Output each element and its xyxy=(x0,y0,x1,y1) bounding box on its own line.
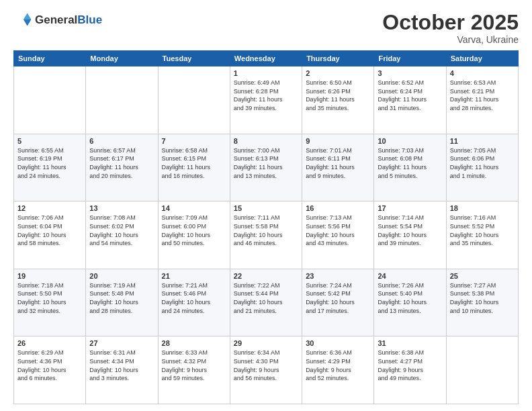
svg-marker-2 xyxy=(24,19,31,26)
day-number: 30 xyxy=(306,339,370,347)
day-number: 26 xyxy=(17,339,82,347)
logo: GeneralBlue xyxy=(13,11,102,30)
day-info: Sunrise: 7:16 AM Sunset: 5:52 PM Dayligh… xyxy=(450,214,515,247)
logo-icon xyxy=(13,11,32,30)
day-info: Sunrise: 7:21 AM Sunset: 5:46 PM Dayligh… xyxy=(162,281,226,315)
day-info: Sunrise: 7:09 AM Sunset: 6:00 PM Dayligh… xyxy=(162,214,226,247)
day-number: 9 xyxy=(306,137,370,145)
calendar-week-row: 1Sunrise: 6:49 AM Sunset: 6:28 PM Daylig… xyxy=(14,66,519,134)
calendar-day-cell: 22Sunrise: 7:22 AM Sunset: 5:44 PM Dayli… xyxy=(230,269,302,336)
calendar-header-row: Sunday Monday Tuesday Wednesday Thursday… xyxy=(14,51,519,66)
calendar-week-row: 12Sunrise: 7:06 AM Sunset: 6:04 PM Dayli… xyxy=(14,201,519,269)
day-info: Sunrise: 7:13 AM Sunset: 5:56 PM Dayligh… xyxy=(306,214,370,247)
calendar-week-row: 19Sunrise: 7:18 AM Sunset: 5:50 PM Dayli… xyxy=(14,269,519,336)
day-info: Sunrise: 7:14 AM Sunset: 5:54 PM Dayligh… xyxy=(378,214,442,247)
calendar-day-cell: 29Sunrise: 6:34 AM Sunset: 4:30 PM Dayli… xyxy=(230,336,302,404)
day-number: 6 xyxy=(89,137,154,145)
col-saturday: Saturday xyxy=(446,51,518,66)
calendar-table: Sunday Monday Tuesday Wednesday Thursday… xyxy=(13,50,519,404)
day-number: 19 xyxy=(17,272,82,280)
calendar-day-cell: 18Sunrise: 7:16 AM Sunset: 5:52 PM Dayli… xyxy=(446,201,518,269)
day-number: 15 xyxy=(234,204,298,212)
calendar-day-cell: 6Sunrise: 6:57 AM Sunset: 6:17 PM Daylig… xyxy=(86,134,158,201)
calendar-day-cell: 5Sunrise: 6:55 AM Sunset: 6:19 PM Daylig… xyxy=(14,134,86,201)
calendar-day-cell: 15Sunrise: 7:11 AM Sunset: 5:58 PM Dayli… xyxy=(230,201,302,269)
calendar-day-cell: 19Sunrise: 7:18 AM Sunset: 5:50 PM Dayli… xyxy=(14,269,86,336)
day-number: 1 xyxy=(234,69,298,77)
logo-general: General xyxy=(35,13,77,26)
calendar-day-cell: 24Sunrise: 7:26 AM Sunset: 5:40 PM Dayli… xyxy=(374,269,446,336)
day-number: 25 xyxy=(450,272,515,280)
calendar-day-cell xyxy=(446,336,518,404)
calendar-week-row: 5Sunrise: 6:55 AM Sunset: 6:19 PM Daylig… xyxy=(14,134,519,201)
calendar-day-cell: 21Sunrise: 7:21 AM Sunset: 5:46 PM Dayli… xyxy=(158,269,230,336)
location: Varva, Ukraine xyxy=(382,34,519,45)
calendar-day-cell: 10Sunrise: 7:03 AM Sunset: 6:08 PM Dayli… xyxy=(374,134,446,201)
month-title: October 2025 xyxy=(382,11,519,34)
calendar-day-cell: 27Sunrise: 6:31 AM Sunset: 4:34 PM Dayli… xyxy=(86,336,158,404)
day-number: 28 xyxy=(162,339,226,347)
col-monday: Monday xyxy=(86,51,158,66)
calendar-day-cell: 2Sunrise: 6:50 AM Sunset: 6:26 PM Daylig… xyxy=(302,66,374,134)
logo-blue: Blue xyxy=(77,13,102,26)
calendar-day-cell: 12Sunrise: 7:06 AM Sunset: 6:04 PM Dayli… xyxy=(14,201,86,269)
header: GeneralBlue October 2025 Varva, Ukraine xyxy=(13,11,519,45)
day-number: 20 xyxy=(89,272,154,280)
calendar-day-cell: 9Sunrise: 7:01 AM Sunset: 6:11 PM Daylig… xyxy=(302,134,374,201)
day-number: 7 xyxy=(162,137,226,145)
day-info: Sunrise: 7:05 AM Sunset: 6:06 PM Dayligh… xyxy=(450,146,515,180)
calendar-day-cell: 11Sunrise: 7:05 AM Sunset: 6:06 PM Dayli… xyxy=(446,134,518,201)
calendar-day-cell: 23Sunrise: 7:24 AM Sunset: 5:42 PM Dayli… xyxy=(302,269,374,336)
title-block: October 2025 Varva, Ukraine xyxy=(382,11,519,45)
day-number: 16 xyxy=(306,204,370,212)
day-info: Sunrise: 6:31 AM Sunset: 4:34 PM Dayligh… xyxy=(89,349,154,382)
day-info: Sunrise: 6:29 AM Sunset: 4:36 PM Dayligh… xyxy=(17,349,82,382)
day-info: Sunrise: 7:24 AM Sunset: 5:42 PM Dayligh… xyxy=(306,281,370,315)
col-sunday: Sunday xyxy=(14,51,86,66)
calendar-day-cell: 14Sunrise: 7:09 AM Sunset: 6:00 PM Dayli… xyxy=(158,201,230,269)
day-info: Sunrise: 7:27 AM Sunset: 5:38 PM Dayligh… xyxy=(450,281,515,315)
calendar-day-cell: 30Sunrise: 6:36 AM Sunset: 4:29 PM Dayli… xyxy=(302,336,374,404)
day-info: Sunrise: 7:01 AM Sunset: 6:11 PM Dayligh… xyxy=(306,146,370,180)
calendar-day-cell: 26Sunrise: 6:29 AM Sunset: 4:36 PM Dayli… xyxy=(14,336,86,404)
calendar-day-cell: 31Sunrise: 6:38 AM Sunset: 4:27 PM Dayli… xyxy=(374,336,446,404)
calendar-week-row: 26Sunrise: 6:29 AM Sunset: 4:36 PM Dayli… xyxy=(14,336,519,404)
day-number: 11 xyxy=(450,137,515,145)
col-wednesday: Wednesday xyxy=(230,51,302,66)
day-info: Sunrise: 6:55 AM Sunset: 6:19 PM Dayligh… xyxy=(17,146,82,180)
day-number: 12 xyxy=(17,204,82,212)
calendar-day-cell: 17Sunrise: 7:14 AM Sunset: 5:54 PM Dayli… xyxy=(374,201,446,269)
day-info: Sunrise: 6:52 AM Sunset: 6:24 PM Dayligh… xyxy=(378,79,442,112)
svg-marker-1 xyxy=(24,13,31,19)
calendar-day-cell: 8Sunrise: 7:00 AM Sunset: 6:13 PM Daylig… xyxy=(230,134,302,201)
day-info: Sunrise: 7:22 AM Sunset: 5:44 PM Dayligh… xyxy=(234,281,298,315)
day-info: Sunrise: 6:33 AM Sunset: 4:32 PM Dayligh… xyxy=(162,349,226,382)
day-number: 5 xyxy=(17,137,82,145)
day-info: Sunrise: 6:36 AM Sunset: 4:29 PM Dayligh… xyxy=(306,349,370,382)
day-info: Sunrise: 6:57 AM Sunset: 6:17 PM Dayligh… xyxy=(89,146,154,180)
day-number: 17 xyxy=(378,204,442,212)
calendar-day-cell: 1Sunrise: 6:49 AM Sunset: 6:28 PM Daylig… xyxy=(230,66,302,134)
day-info: Sunrise: 7:03 AM Sunset: 6:08 PM Dayligh… xyxy=(378,146,442,180)
day-info: Sunrise: 7:06 AM Sunset: 6:04 PM Dayligh… xyxy=(17,214,82,247)
day-info: Sunrise: 6:58 AM Sunset: 6:15 PM Dayligh… xyxy=(162,146,226,180)
day-info: Sunrise: 6:34 AM Sunset: 4:30 PM Dayligh… xyxy=(234,349,298,382)
calendar-day-cell: 3Sunrise: 6:52 AM Sunset: 6:24 PM Daylig… xyxy=(374,66,446,134)
day-info: Sunrise: 7:18 AM Sunset: 5:50 PM Dayligh… xyxy=(17,281,82,315)
col-tuesday: Tuesday xyxy=(158,51,230,66)
col-friday: Friday xyxy=(374,51,446,66)
day-info: Sunrise: 6:53 AM Sunset: 6:21 PM Dayligh… xyxy=(450,79,515,112)
calendar-day-cell: 28Sunrise: 6:33 AM Sunset: 4:32 PM Dayli… xyxy=(158,336,230,404)
day-number: 24 xyxy=(378,272,442,280)
day-number: 14 xyxy=(162,204,226,212)
calendar-day-cell: 25Sunrise: 7:27 AM Sunset: 5:38 PM Dayli… xyxy=(446,269,518,336)
day-number: 27 xyxy=(89,339,154,347)
day-number: 8 xyxy=(234,137,298,145)
day-info: Sunrise: 7:00 AM Sunset: 6:13 PM Dayligh… xyxy=(234,146,298,180)
day-info: Sunrise: 7:26 AM Sunset: 5:40 PM Dayligh… xyxy=(378,281,442,315)
day-number: 4 xyxy=(450,69,515,77)
calendar-day-cell: 13Sunrise: 7:08 AM Sunset: 6:02 PM Dayli… xyxy=(86,201,158,269)
day-info: Sunrise: 6:49 AM Sunset: 6:28 PM Dayligh… xyxy=(234,79,298,112)
day-info: Sunrise: 7:19 AM Sunset: 5:48 PM Dayligh… xyxy=(89,281,154,315)
day-info: Sunrise: 7:08 AM Sunset: 6:02 PM Dayligh… xyxy=(89,214,154,247)
